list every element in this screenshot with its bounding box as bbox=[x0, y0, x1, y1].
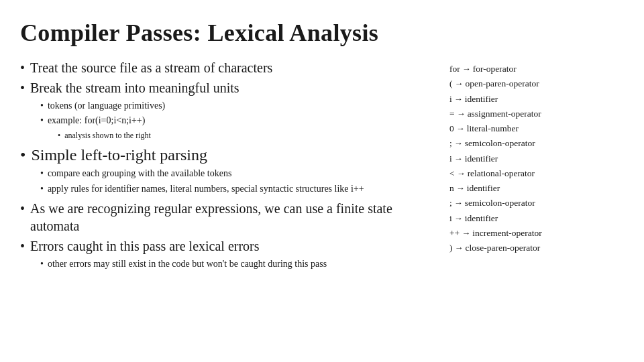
sub-bullet-5-text: other errors may still exist in the code… bbox=[48, 257, 327, 271]
token: ; bbox=[449, 196, 452, 210]
token-label: for-operator bbox=[473, 62, 517, 76]
bullet-4-text: As we are recognizing regular expression… bbox=[30, 200, 443, 235]
token-label: open-paren-operator bbox=[466, 76, 539, 91]
arrow-icon: → bbox=[454, 211, 463, 225]
arrow-icon: → bbox=[454, 196, 463, 210]
content-area: • Treat the source file as a stream of c… bbox=[20, 59, 624, 349]
token-label: increment-operator bbox=[472, 226, 541, 241]
sub-bullet-5: • other errors may still exist in the co… bbox=[40, 257, 443, 271]
bullet-3-marker: • bbox=[20, 145, 25, 165]
bullet-1: • Treat the source file as a stream of c… bbox=[20, 59, 443, 76]
token: ++ bbox=[449, 226, 460, 241]
bullet-4-marker: • bbox=[20, 200, 25, 217]
bullet-2: • Break the stream into meaningful units bbox=[20, 79, 443, 97]
bullet-2-text: Break the stream into meaningful units bbox=[30, 79, 239, 97]
arrow-icon: → bbox=[454, 152, 463, 166]
sub-bullet-2-text: example: for(i=0;i<n;i++) bbox=[48, 114, 146, 127]
token-label: identifier bbox=[465, 211, 498, 226]
slide: Compiler Passes: Lexical Analysis • Trea… bbox=[0, 0, 644, 362]
token: ( bbox=[449, 76, 453, 91]
arrow-icon: → bbox=[457, 107, 466, 121]
token: i bbox=[449, 152, 452, 166]
arrow-icon: → bbox=[454, 92, 463, 106]
right-row: ++ → increment-operator bbox=[449, 226, 624, 241]
arrow-icon: → bbox=[454, 136, 463, 150]
token: for bbox=[449, 62, 460, 76]
token: ; bbox=[449, 136, 452, 151]
sub-bullet-5-marker: • bbox=[40, 257, 44, 271]
right-row: ; → semicolon-operator bbox=[449, 196, 624, 210]
bullet-2-marker: • bbox=[20, 79, 25, 97]
right-row: for → for-operator bbox=[449, 62, 624, 76]
token: i bbox=[449, 211, 452, 226]
token-label: assignment-operator bbox=[468, 107, 541, 121]
sub-bullet-1-text: tokens (or language primitives) bbox=[48, 99, 165, 113]
right-row: i → identifier bbox=[449, 211, 624, 226]
bullet-3-text: Simple left-to-right parsing bbox=[31, 145, 207, 165]
slide-title: Compiler Passes: Lexical Analysis bbox=[20, 19, 624, 47]
right-row: 0 → literal-number bbox=[449, 121, 624, 136]
arrow-icon: → bbox=[457, 166, 466, 180]
arrow-icon: → bbox=[456, 181, 465, 195]
right-row: ) → close-paren-operator bbox=[449, 241, 624, 255]
token: i bbox=[449, 92, 452, 107]
token: < bbox=[449, 166, 455, 181]
sub-sub-bullet-1: • analysis shown to the right bbox=[58, 129, 443, 141]
left-column: • Treat the source file as a stream of c… bbox=[20, 59, 443, 349]
bullet-3: • Simple left-to-right parsing bbox=[20, 145, 443, 165]
right-row: i → identifier bbox=[449, 92, 624, 107]
arrow-icon: → bbox=[455, 241, 464, 255]
bullet-5-marker: • bbox=[20, 237, 25, 255]
arrow-icon: → bbox=[462, 62, 471, 76]
right-row: n → identifier bbox=[449, 181, 624, 196]
token-label: close-paren-operator bbox=[466, 241, 541, 255]
token-label: relational-operator bbox=[468, 166, 535, 181]
token: 0 bbox=[449, 121, 454, 136]
right-row: ; → semicolon-operator bbox=[449, 136, 624, 151]
token: n bbox=[449, 181, 454, 196]
sub-bullet-2-marker: • bbox=[40, 114, 44, 127]
right-column: for → for-operator( → open-paren-operato… bbox=[449, 59, 624, 349]
sub-bullet-4-marker: • bbox=[40, 182, 44, 196]
sub-bullet-3-text: compare each grouping with the available… bbox=[48, 167, 231, 180]
token-label: semicolon-operator bbox=[465, 196, 535, 210]
sub-bullet-3-marker: • bbox=[40, 167, 44, 180]
token: ) bbox=[449, 241, 453, 255]
sub-sub-bullet-1-text: analysis shown to the right bbox=[64, 129, 151, 141]
bullet-5-text: Errors caught in this pass are lexical e… bbox=[30, 237, 260, 255]
arrow-icon: → bbox=[456, 121, 465, 135]
bullet-1-text: Treat the source file as a stream of cha… bbox=[30, 59, 272, 76]
sub-bullet-4: • apply rules for identifier names, lite… bbox=[40, 182, 443, 196]
token: = bbox=[449, 107, 455, 121]
arrow-icon: → bbox=[455, 76, 464, 90]
sub-bullet-1-marker: • bbox=[40, 99, 44, 113]
sub-bullet-2: • example: for(i=0;i<n;i++) bbox=[40, 114, 443, 127]
bullet-4: • As we are recognizing regular expressi… bbox=[20, 200, 443, 235]
right-row: i → identifier bbox=[449, 152, 624, 166]
token-label: identifier bbox=[467, 181, 500, 196]
right-row: = → assignment-operator bbox=[449, 107, 624, 121]
sub-sub-bullet-1-marker: • bbox=[58, 129, 60, 141]
right-row: < → relational-operator bbox=[449, 166, 624, 181]
right-row: ( → open-paren-operator bbox=[449, 76, 624, 91]
sub-bullet-3: • compare each grouping with the availab… bbox=[40, 167, 443, 180]
bullet-1-marker: • bbox=[20, 59, 25, 76]
arrow-icon: → bbox=[462, 226, 470, 240]
token-label: identifier bbox=[465, 92, 498, 107]
sub-bullet-4-text: apply rules for identifier names, litera… bbox=[48, 182, 364, 196]
sub-bullet-1: • tokens (or language primitives) bbox=[40, 99, 443, 113]
bullet-5: • Errors caught in this pass are lexical… bbox=[20, 237, 443, 255]
token-label: semicolon-operator bbox=[465, 136, 535, 151]
token-label: identifier bbox=[465, 152, 498, 166]
token-label: literal-number bbox=[467, 121, 519, 136]
